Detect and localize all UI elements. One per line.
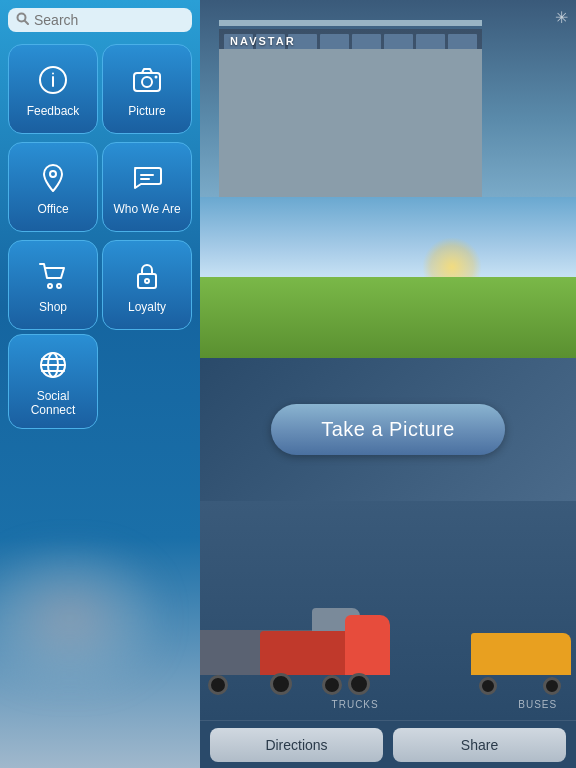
trucks-visual: TRUCKS BUSES xyxy=(200,501,576,716)
star-icon: ✳ xyxy=(555,8,568,27)
sidebar-item-social-connect[interactable]: Social Connect xyxy=(8,334,98,429)
sidebar: Feedback Picture O xyxy=(0,0,200,768)
truck-red-wheel1 xyxy=(270,673,292,695)
svg-rect-13 xyxy=(138,274,156,288)
svg-point-7 xyxy=(155,75,158,78)
svg-point-4 xyxy=(52,72,54,74)
camera-icon xyxy=(129,62,165,98)
main-content: NAVSTAR ✳ Take a Picture xyxy=(200,0,576,768)
field-grass xyxy=(200,277,576,357)
panel-field xyxy=(200,197,576,358)
svg-point-11 xyxy=(48,284,52,288)
building-roof xyxy=(219,20,482,26)
svg-line-1 xyxy=(25,21,28,24)
cart-icon xyxy=(35,258,71,294)
truck-yellow xyxy=(471,625,571,695)
share-button[interactable]: Share xyxy=(393,728,566,762)
nav-grid-row3: Shop Loyalty xyxy=(0,236,200,334)
truck-red-cab xyxy=(345,615,391,675)
sidebar-item-feedback[interactable]: Feedback xyxy=(8,44,98,134)
truck-wheel-1 xyxy=(208,675,228,695)
sidebar-item-label-picture: Picture xyxy=(128,104,165,118)
brand-logo: NAVSTAR xyxy=(230,35,296,47)
sidebar-item-label-social-connect: Social Connect xyxy=(15,389,91,418)
sidebar-item-label-who-we-are: Who We Are xyxy=(113,202,180,216)
sidebar-item-label-shop: Shop xyxy=(39,300,67,314)
svg-point-8 xyxy=(50,171,56,177)
sidebar-item-shop[interactable]: Shop xyxy=(8,240,98,330)
panel-picture: Take a Picture xyxy=(200,358,576,501)
svg-point-14 xyxy=(145,279,149,283)
nav-grid-row1: Feedback Picture xyxy=(0,40,200,138)
sidebar-item-office[interactable]: Office xyxy=(8,142,98,232)
nav-grid-row2: Office Who We Are xyxy=(0,138,200,236)
content-panels: NAVSTAR ✳ Take a Picture xyxy=(200,0,576,720)
sidebar-item-loyalty[interactable]: Loyalty xyxy=(102,240,192,330)
truck-red-wheel2 xyxy=(348,673,370,695)
svg-point-6 xyxy=(142,77,152,87)
building-image: NAVSTAR xyxy=(200,0,576,197)
globe-icon xyxy=(35,347,71,383)
take-picture-button[interactable]: Take a Picture xyxy=(271,404,505,455)
sidebar-item-picture[interactable]: Picture xyxy=(102,44,192,134)
directions-button[interactable]: Directions xyxy=(210,728,383,762)
svg-point-12 xyxy=(57,284,61,288)
search-icon xyxy=(16,12,29,28)
buses-label: BUSES xyxy=(518,699,557,710)
lock-icon xyxy=(129,258,165,294)
sidebar-item-label-loyalty: Loyalty xyxy=(128,300,166,314)
truck-red xyxy=(260,615,390,695)
chat-bubble-icon xyxy=(129,160,165,196)
trucks-label: TRUCKS xyxy=(332,699,379,710)
map-pin-icon xyxy=(35,160,71,196)
search-input-wrapper[interactable] xyxy=(8,8,192,32)
truck-yellow-wheel2 xyxy=(543,677,561,695)
info-circle-icon xyxy=(35,62,71,98)
truck-yellow-wheel1 xyxy=(479,677,497,695)
sidebar-item-label-office: Office xyxy=(37,202,68,216)
panel-trucks: TRUCKS BUSES xyxy=(200,501,576,721)
field-sky xyxy=(200,197,576,285)
nav-grid-bottom: Social Connect xyxy=(0,334,200,433)
truck-yellow-body xyxy=(471,633,571,675)
panel-building: NAVSTAR ✳ xyxy=(200,0,576,197)
search-bar xyxy=(0,0,200,40)
sidebar-item-label-feedback: Feedback xyxy=(27,104,80,118)
building-structure xyxy=(219,49,482,196)
search-input[interactable] xyxy=(34,12,184,28)
bottom-bar: Directions Share xyxy=(200,720,576,768)
sidebar-blur-decoration xyxy=(0,548,160,688)
sidebar-item-who-we-are[interactable]: Who We Are xyxy=(102,142,192,232)
field-visual xyxy=(200,197,576,358)
